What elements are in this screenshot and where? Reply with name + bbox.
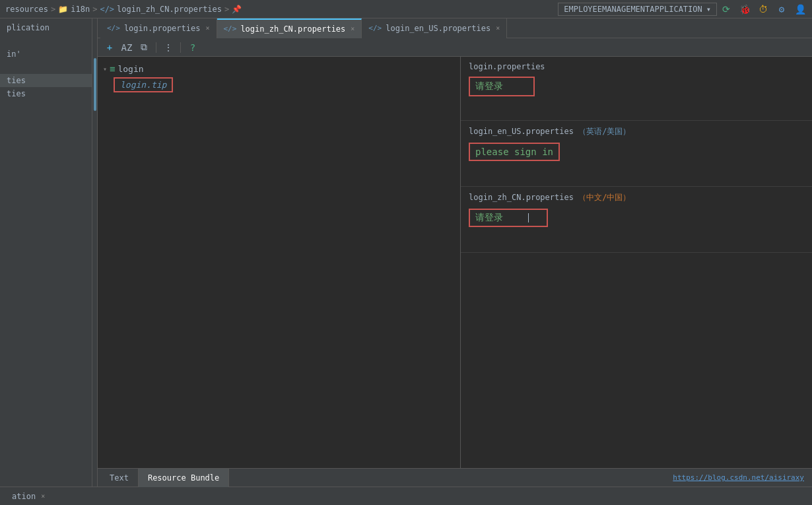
prop-header-en-us-suffix: （英语/美国） — [578, 127, 630, 136]
app-name: EMPLOYEEMANAGEMENTAPPLICATION — [564, 5, 702, 14]
sidebar-item-empty1 — [0, 34, 92, 48]
prop-value-area-en-us: please sign in — [461, 140, 812, 186]
top-bar-actions: ⟳ 🐞 ⏱ ⚙ 👤 — [720, 3, 807, 16]
prop-header-login-text: login.properties — [469, 62, 545, 71]
sidebar-item-ties1[interactable]: ties — [0, 74, 92, 87]
prop-section-login: login.properties 请登录 — [461, 57, 812, 121]
prop-value-text-login: 请登录 — [475, 81, 503, 91]
prop-section-en-us: login_en_US.properties （英语/美国） please si… — [461, 121, 812, 187]
status-url[interactable]: https://blog.csdn.net/aisiraxy — [673, 473, 804, 482]
editor-area: plication in' ties ties </> login.proper… — [0, 18, 812, 487]
login-tip-box[interactable]: login.tip — [114, 77, 173, 92]
tab-label-1: login.properties — [124, 24, 201, 33]
tree-root-label: login — [118, 64, 143, 74]
text-cursor — [528, 213, 529, 222]
scrollbar-thumb[interactable] — [94, 58, 96, 111]
sort-button[interactable]: AZ — [120, 41, 133, 54]
prop-value-area-zh-cn — [461, 206, 812, 252]
settings-icon[interactable]: ⚙ — [775, 3, 788, 16]
bug-icon[interactable]: 🐞 — [738, 3, 751, 16]
profile-icon[interactable]: 👤 — [794, 3, 807, 16]
footer-bar: ation × — [0, 487, 812, 505]
status-bar: https://blog.csdn.net/aisiraxy — [229, 473, 809, 482]
left-sidebar: plication in' ties ties — [0, 18, 92, 487]
toolbar: + AZ ⧉ ⋮ ? — [98, 38, 812, 57]
footer-tab-ation[interactable]: ation × — [5, 487, 51, 506]
tab-login-en-us[interactable]: </> login_en_US.properties × — [362, 18, 507, 38]
breadcrumb-sep2: > — [92, 5, 97, 14]
toolbar-sep2 — [180, 42, 181, 53]
tree-child-login-tip[interactable]: login.tip — [98, 75, 460, 94]
prop-empty-area — [461, 253, 812, 468]
editor-content: ▾ ≡ login login.tip login.properties — [98, 57, 812, 468]
zh-cn-input[interactable] — [475, 213, 528, 223]
pin-icon: 📌 — [232, 5, 242, 14]
i18n-folder-icon: 📁 — [58, 5, 68, 14]
prop-value-input-zh-cn[interactable] — [469, 209, 548, 227]
key-group-icon: ≡ — [110, 63, 115, 74]
tab-label-2: login_zh_CN.properties — [240, 24, 345, 34]
tab-close-1[interactable]: × — [205, 24, 209, 32]
prop-value-box-en-us[interactable]: please sign in — [469, 143, 560, 161]
prop-value-text-en-us: please sign in — [475, 147, 553, 157]
toolbar-sep1 — [156, 42, 156, 53]
tab-login-properties[interactable]: </> login.properties × — [100, 18, 217, 38]
breadcrumb-i18n: i18n — [71, 5, 90, 14]
tree-root-login[interactable]: ▾ ≡ login — [98, 62, 460, 75]
tree-panel: ▾ ≡ login login.tip — [98, 57, 461, 468]
tab-label-3: login_en_US.properties — [386, 24, 491, 33]
more-button[interactable]: ⋮ — [162, 41, 175, 54]
sidebar-item-empty2 — [0, 61, 92, 74]
prop-header-zh-cn-suffix: （中文/中国） — [578, 193, 630, 202]
tab-close-3[interactable]: × — [496, 24, 500, 32]
prop-header-zh-cn-text: login_zh_CN.properties — [469, 193, 574, 202]
tab-close-2[interactable]: × — [351, 25, 355, 32]
properties-panel: login.properties 请登录 login_en_US.propert… — [461, 57, 812, 468]
expand-icon: ▾ — [103, 65, 107, 73]
tab-bar: </> login.properties × </> login_zh_CN.p… — [98, 18, 812, 38]
dropdown-arrow: ▾ — [706, 5, 711, 14]
tab-resource-bundle-label: Resource Bundle — [148, 473, 219, 483]
tab-resource-bundle[interactable]: Resource Bundle — [139, 469, 229, 487]
bottom-tab-bar: Text Resource Bundle https://blog.csdn.n… — [98, 468, 812, 487]
breadcrumb: resources > 📁 i18n > </> login_zh_CN.pro… — [5, 5, 555, 14]
prop-header-zh-cn: login_zh_CN.properties （中文/中国） — [461, 187, 812, 206]
footer-tab-close[interactable]: × — [41, 492, 45, 500]
prop-header-en-us: login_en_US.properties （英语/美国） — [461, 121, 812, 140]
vertical-scrollbar[interactable] — [92, 18, 98, 487]
footer-tab-label: ation — [12, 492, 36, 501]
file-icon-1: </> — [100, 5, 114, 14]
breadcrumb-sep3: > — [224, 5, 229, 14]
main-panel: </> login.properties × </> login_zh_CN.p… — [98, 18, 812, 487]
sidebar-item-plication[interactable]: plication — [0, 21, 92, 34]
breadcrumb-filename: login_zh_CN.properties — [117, 5, 222, 14]
tab-icon-3: </> — [368, 24, 382, 32]
copy-button[interactable]: ⧉ — [137, 41, 151, 54]
login-tip-label: login.tip — [120, 80, 166, 90]
prop-header-login: login.properties — [461, 57, 812, 74]
tab-text-label: Text — [110, 473, 129, 483]
breadcrumb-resources: resources — [5, 5, 48, 14]
refresh-icon[interactable]: ⟳ — [720, 3, 733, 16]
prop-value-box-login[interactable]: 请登录 — [469, 77, 535, 96]
prop-header-en-us-text: login_en_US.properties — [469, 127, 574, 136]
prop-section-zh-cn: login_zh_CN.properties （中文/中国） — [461, 187, 812, 253]
top-bar: resources > 📁 i18n > </> login_zh_CN.pro… — [0, 0, 812, 18]
tab-icon-2: </> — [224, 24, 237, 33]
tab-text[interactable]: Text — [100, 469, 139, 487]
tab-login-zh-cn[interactable]: </> login_zh_CN.properties × — [217, 18, 362, 38]
tab-icon-1: </> — [107, 24, 120, 32]
clock-icon[interactable]: ⏱ — [757, 3, 770, 16]
sidebar-item-in[interactable]: in' — [0, 48, 92, 61]
add-button[interactable]: + — [103, 41, 116, 54]
prop-value-area-login: 请登录 — [461, 74, 812, 120]
breadcrumb-sep1: > — [51, 5, 55, 14]
app-dropdown[interactable]: EMPLOYEEMANAGEMENTAPPLICATION ▾ — [558, 3, 717, 16]
help-button[interactable]: ? — [186, 41, 199, 54]
sidebar-item-ties2[interactable]: ties — [0, 87, 92, 100]
